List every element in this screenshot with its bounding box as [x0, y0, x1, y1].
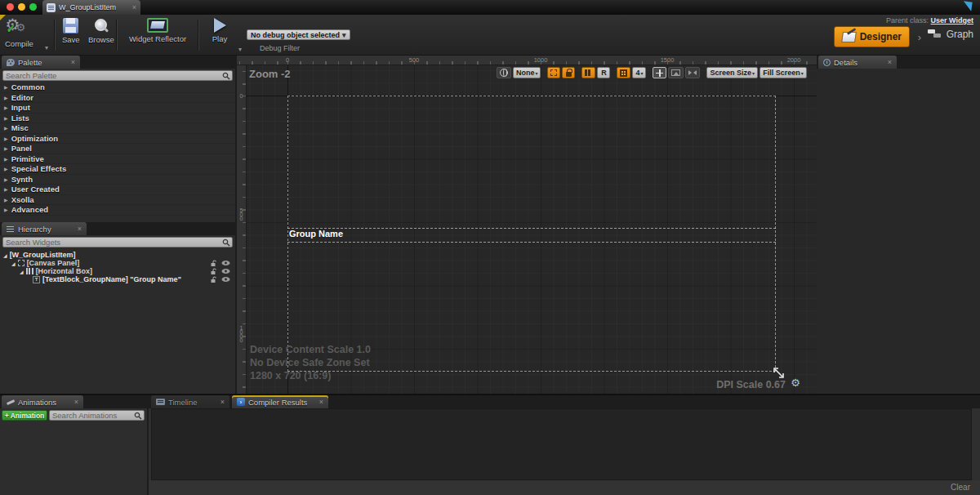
close-icon[interactable]: ×: [132, 4, 136, 11]
tab-details[interactable]: i Details ×: [818, 56, 897, 69]
animations-icon: [7, 399, 15, 406]
palette-category-advanced[interactable]: ▶Advanced: [0, 205, 235, 216]
expander-icon[interactable]: ▶: [4, 95, 8, 100]
palette-category-xsolla[interactable]: ▶Xsolla: [0, 195, 235, 206]
close-icon[interactable]: ×: [319, 399, 323, 406]
palette-search-input[interactable]: [6, 71, 220, 80]
visibility-eye-icon[interactable]: [221, 268, 230, 274]
expander-icon[interactable]: ▶: [4, 84, 8, 90]
designer-mode-button[interactable]: Designer: [834, 26, 910, 47]
localization-preview-button[interactable]: [497, 67, 511, 78]
lock-open-icon[interactable]: [210, 268, 217, 275]
expander-icon[interactable]: ▶: [4, 136, 8, 141]
palette-category-input[interactable]: ▶Input: [0, 103, 235, 114]
grid-snap-toggle-button[interactable]: [617, 67, 630, 78]
tab-palette[interactable]: Palette ×: [2, 56, 80, 69]
lock-open-icon[interactable]: [210, 276, 217, 283]
browse-button[interactable]: Browse: [88, 18, 114, 44]
hierarchy-row-horizontal-box[interactable]: ◢ [Horizontal Box]: [0, 267, 235, 275]
hierarchy-row-textblock-groupname[interactable]: T [TextBlock_GroupName] "Group Name": [0, 275, 235, 283]
play-button[interactable]: Play: [206, 18, 234, 43]
groupname-textblock-preview[interactable]: Group Name: [289, 229, 343, 239]
expander-icon[interactable]: ▶: [4, 115, 8, 121]
mirror-preview-button[interactable]: [685, 67, 700, 78]
window-title-bar: W_GroupListItem ×: [0, 0, 980, 15]
expander-open-icon[interactable]: ◢: [3, 252, 7, 258]
lock-widgets-button[interactable]: [562, 67, 575, 78]
flow-direction-button[interactable]: None▾: [513, 67, 541, 78]
close-icon[interactable]: ×: [220, 399, 225, 406]
lock-open-icon[interactable]: [210, 260, 217, 267]
search-icon: [222, 72, 230, 80]
visibility-eye-icon[interactable]: [221, 276, 230, 283]
palette-category-synth[interactable]: ▶Synth: [0, 175, 235, 185]
play-options-caret-icon[interactable]: ▾: [238, 46, 242, 53]
compiler-results-log[interactable]: [151, 408, 972, 480]
expander-icon[interactable]: ▶: [4, 207, 8, 212]
save-button[interactable]: Save: [62, 18, 80, 44]
dpi-settings-gear-icon[interactable]: ⚙: [791, 377, 800, 389]
respect-locks-button[interactable]: R: [597, 67, 610, 78]
expander-icon[interactable]: ▶: [4, 197, 8, 203]
window-zoom-button[interactable]: [29, 3, 37, 11]
tab-animations[interactable]: Animations ×: [2, 395, 83, 408]
window-close-button[interactable]: [7, 3, 14, 11]
designer-toolbar: None▾ R 4▾ Screen Size▾ Fill Screen▾: [497, 67, 807, 78]
tab-timeline[interactable]: Timeline ×: [151, 395, 229, 408]
palette-category-optimization[interactable]: ▶Optimization: [0, 134, 235, 145]
palette-category-lists[interactable]: ▶Lists: [0, 114, 235, 124]
window-minimize-button[interactable]: [18, 3, 25, 11]
transform-mode-button[interactable]: [653, 67, 666, 78]
compile-button[interactable]: ⚙ ⚙ ✓ Compile: [5, 18, 33, 48]
show-outlines-button[interactable]: [581, 67, 595, 78]
close-icon[interactable]: ×: [888, 59, 892, 66]
fill-screen-dropdown[interactable]: Fill Screen▾: [760, 67, 807, 78]
designer-canvas-panel[interactable]: 0 500 1000 1500 2000 0 500 1000 Zoom -2 …: [237, 56, 817, 394]
graph-mode-button[interactable]: Graph: [928, 29, 973, 40]
close-icon[interactable]: ×: [71, 59, 75, 66]
palette-category-common[interactable]: ▶Common: [0, 82, 235, 93]
palette-category-special-effects[interactable]: ▶Special Effects: [0, 164, 235, 175]
widget-reflector-button[interactable]: Widget Reflector: [122, 18, 193, 43]
grid-snap-size-button[interactable]: 4▾: [632, 67, 646, 78]
expander-icon[interactable]: ▶: [4, 105, 8, 110]
palette-category-misc[interactable]: ▶Misc: [0, 123, 235, 134]
debug-object-dropdown[interactable]: No debug object selected ▾: [247, 29, 350, 40]
animations-search-input[interactable]: [52, 411, 132, 420]
asset-tab-w-grouplistitem[interactable]: W_GroupListItem ×: [42, 0, 140, 15]
hierarchy-search-input[interactable]: [6, 238, 220, 247]
expander-icon[interactable]: ▶: [4, 156, 8, 162]
tab-hierarchy[interactable]: Hierarchy ×: [2, 222, 87, 235]
hierarchy-row-canvas-panel[interactable]: ◢ [Canvas Panel]: [0, 259, 235, 267]
close-icon[interactable]: ×: [74, 399, 78, 406]
screen-size-dropdown[interactable]: Screen Size▾: [706, 67, 758, 78]
palette-category-user-created[interactable]: ▶User Created: [0, 185, 235, 195]
tab-compiler-results[interactable]: › Compiler Results ×: [232, 395, 328, 408]
expander-icon[interactable]: ▶: [4, 166, 8, 172]
expander-open-icon[interactable]: ◢: [20, 269, 24, 274]
hierarchy-icon: [7, 225, 15, 233]
visibility-eye-icon[interactable]: [221, 260, 230, 266]
textblock-icon: T: [33, 276, 40, 283]
palette-search: [2, 70, 233, 81]
palette-category-panel[interactable]: ▶Panel: [0, 144, 235, 154]
expander-icon[interactable]: ▶: [4, 176, 8, 182]
palette-category-editor[interactable]: ▶Editor: [0, 93, 235, 104]
row-controls: [210, 268, 230, 275]
compile-options-caret-icon[interactable]: ▾: [45, 44, 48, 51]
close-icon[interactable]: ×: [78, 225, 82, 233]
clear-button[interactable]: Clear: [951, 483, 970, 492]
hierarchy-row-root[interactable]: ◢ [W_GroupListItem]: [0, 251, 235, 259]
palette-category-primitive[interactable]: ▶Primitive: [0, 154, 235, 165]
preview-background-button[interactable]: [668, 67, 684, 78]
show-anchors-button[interactable]: [547, 67, 560, 78]
expander-icon[interactable]: ▶: [4, 125, 8, 131]
selected-widget-outline[interactable]: [287, 228, 776, 243]
expander-icon[interactable]: ▶: [4, 145, 8, 151]
expander-icon[interactable]: ▶: [4, 186, 8, 192]
debug-filter-label: Debug Filter: [260, 44, 300, 52]
expander-open-icon[interactable]: ◢: [11, 261, 16, 266]
move-cross-icon: [656, 69, 663, 77]
parent-class-link[interactable]: User Widget: [931, 16, 973, 25]
add-animation-button[interactable]: + Animation: [2, 410, 47, 421]
